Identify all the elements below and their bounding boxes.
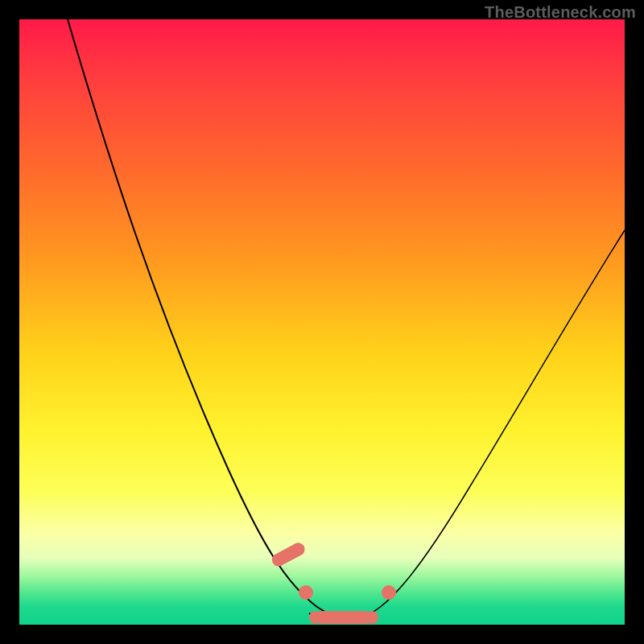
marker-right-dot [382,585,396,600]
marker-left-dot [299,585,313,600]
watermark-label: TheBottleneck.com [485,3,636,22]
bottleneck-curve-left [68,19,353,618]
marker-bottom-segment [316,611,372,624]
bottleneck-svg [19,19,625,625]
bottleneck-curve-right [364,230,625,617]
marker-bottom-right-cap [365,611,378,624]
marker-bottom-left-cap [309,611,322,624]
marker-left-pill [270,541,307,569]
svg-rect-0 [270,541,307,569]
plot-area [19,19,625,625]
